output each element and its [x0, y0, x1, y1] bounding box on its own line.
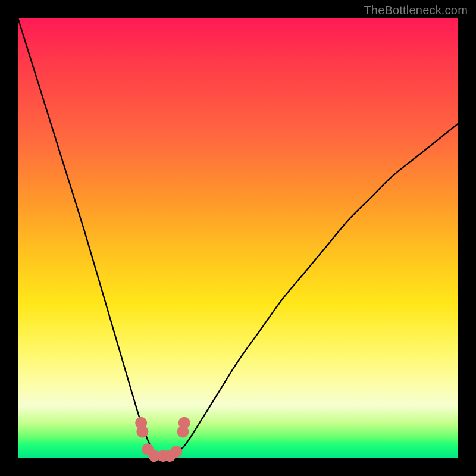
watermark-text: TheBottleneck.com [364, 4, 468, 17]
marker-dot [178, 417, 190, 429]
marker-dot [136, 426, 148, 438]
chart-frame: TheBottleneck.com [0, 0, 476, 476]
chart-svg [18, 18, 458, 458]
bottleneck-curve [18, 18, 458, 459]
bottleneck-markers [135, 417, 190, 462]
marker-dot [170, 446, 182, 458]
plot-area [18, 18, 458, 458]
